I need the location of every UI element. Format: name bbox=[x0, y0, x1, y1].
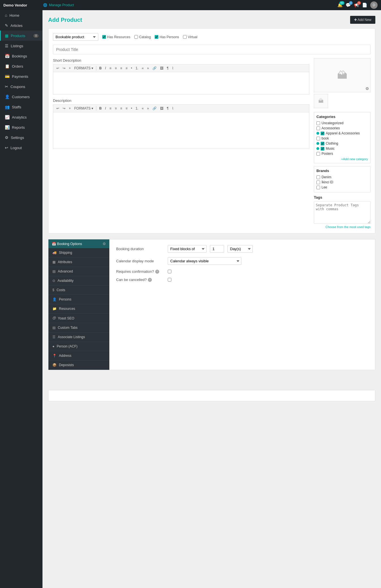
undo-button[interactable]: ↩ bbox=[55, 66, 61, 71]
can-be-cancelled-checkbox[interactable] bbox=[168, 278, 171, 282]
breadcrumb-text[interactable]: Manage Product bbox=[49, 3, 74, 7]
sidebar-item-articles[interactable]: ✎ Articles bbox=[0, 20, 42, 31]
tags-textarea[interactable] bbox=[314, 201, 371, 224]
short-description-editor[interactable] bbox=[53, 72, 309, 95]
booking-options-gear-icon[interactable]: ⚙ bbox=[103, 242, 106, 246]
paragraph-button[interactable]: ¶ bbox=[165, 66, 170, 71]
align-justify-button[interactable]: ≡ bbox=[124, 66, 129, 71]
sidebar-item-reports[interactable]: 📊 Reports bbox=[0, 122, 42, 132]
brand-checkbox-ikinci[interactable] bbox=[316, 181, 320, 184]
cat-checkbox-posters[interactable] bbox=[316, 152, 320, 156]
booking-sidebar-deposists[interactable]: 📦 Deposists bbox=[48, 360, 109, 370]
notes-icon[interactable]: 📄 bbox=[362, 3, 367, 8]
add-category-link[interactable]: +Add new category bbox=[316, 157, 368, 161]
unordered-list-button-2[interactable]: • bbox=[129, 106, 133, 111]
sidebar-item-home[interactable]: ⌂ Home bbox=[0, 10, 42, 20]
catalog-checkbox-label[interactable]: Catalog bbox=[134, 35, 151, 39]
add-button[interactable]: + bbox=[67, 66, 72, 71]
sidebar-item-logout[interactable]: ↩ Logout bbox=[0, 143, 42, 153]
featured-image-box[interactable]: 🏔 ⚙ bbox=[314, 58, 371, 92]
code-button-2[interactable]: ⌇ bbox=[171, 106, 175, 111]
booking-sidebar-costs[interactable]: $ Costs bbox=[48, 286, 109, 295]
booking-sidebar-yoast[interactable]: Ⓨ Yoast SEO bbox=[48, 314, 109, 323]
redo-button[interactable]: ↪ bbox=[61, 66, 67, 71]
unordered-list-button[interactable]: • bbox=[129, 66, 133, 71]
formats-button[interactable]: FORMATS ▾ bbox=[73, 66, 95, 71]
sidebar-item-analytics[interactable]: 📈 Analytics bbox=[0, 112, 42, 122]
product-title-input[interactable] bbox=[53, 45, 371, 54]
has-resources-checkbox-label[interactable]: Has Resources bbox=[102, 35, 130, 39]
booking-sidebar-person-acf[interactable]: ● Person (ACF) bbox=[48, 342, 109, 351]
cat-checkbox-book[interactable] bbox=[316, 137, 320, 140]
outdent-button[interactable]: « bbox=[140, 66, 145, 71]
booking-duration-num-input[interactable] bbox=[210, 245, 224, 253]
add-button-2[interactable]: + bbox=[67, 106, 72, 111]
image-thumbnail-small[interactable]: 🏔 bbox=[314, 94, 328, 108]
calendar-display-select[interactable]: Calendar always visible Calendar on clic… bbox=[168, 257, 241, 265]
notifications-icon[interactable]: 🔔 60 bbox=[337, 3, 343, 8]
requires-confirmation-help-icon[interactable]: ? bbox=[155, 270, 159, 274]
sidebar-item-staffs[interactable]: 👥 Staffs bbox=[0, 102, 42, 112]
sidebar-item-settings[interactable]: ⚙ Settings bbox=[0, 132, 42, 143]
cat-checkbox-clothing[interactable] bbox=[321, 142, 324, 145]
brand-checkbox-denim[interactable] bbox=[316, 175, 320, 179]
ordered-list-button[interactable]: 1. bbox=[134, 66, 140, 71]
sidebar-item-listings[interactable]: ☰ Listings bbox=[0, 41, 42, 51]
align-justify-button-2[interactable]: ≡ bbox=[124, 106, 129, 111]
booking-sidebar-custom-tabs[interactable]: ▤ Custom Tabs bbox=[48, 323, 109, 332]
avatar[interactable]: D bbox=[370, 1, 378, 9]
image-button-2[interactable]: 🖼 bbox=[159, 106, 165, 111]
virtual-checkbox-label[interactable]: Virtual bbox=[183, 35, 197, 39]
booking-sidebar-attributes[interactable]: ▦ Attributes bbox=[48, 257, 109, 267]
booking-sidebar-advanced[interactable]: ▤ Advanced bbox=[48, 267, 109, 276]
choose-tags-link[interactable]: Choose from the most used tags bbox=[314, 225, 371, 229]
messages-icon[interactable]: 💬 2 bbox=[346, 3, 351, 8]
sidebar-item-payments[interactable]: 💳 Payments bbox=[0, 71, 42, 81]
outdent-button-2[interactable]: « bbox=[140, 106, 145, 111]
product-type-select[interactable]: Bookable product Simple product Variable… bbox=[53, 33, 98, 41]
align-left-button-2[interactable]: ≡ bbox=[108, 106, 113, 111]
has-resources-checkbox[interactable] bbox=[102, 35, 106, 39]
italic-button[interactable]: I bbox=[104, 66, 107, 71]
virtual-checkbox[interactable] bbox=[183, 35, 187, 39]
formats-button-2[interactable]: FORMATS ▾ bbox=[73, 106, 95, 111]
align-right-button[interactable]: ≡ bbox=[119, 66, 124, 71]
sidebar-item-bookings[interactable]: 📅 Bookings bbox=[0, 51, 42, 61]
has-persons-checkbox[interactable] bbox=[155, 35, 158, 39]
sidebar-item-orders[interactable]: 📋 Orders bbox=[0, 61, 42, 71]
redo-button-2[interactable]: ↪ bbox=[61, 106, 67, 111]
can-be-cancelled-help-icon[interactable]: ? bbox=[148, 278, 152, 282]
booking-duration-unit-select[interactable]: Day(s) Hour(s) Minute(s) bbox=[227, 245, 253, 253]
ordered-list-button-2[interactable]: 1. bbox=[134, 106, 140, 111]
add-new-button[interactable]: ✚ Add New bbox=[350, 16, 375, 24]
catalog-checkbox[interactable] bbox=[134, 35, 138, 39]
sidebar-item-customers[interactable]: 👤 Customers bbox=[0, 92, 42, 102]
booking-sidebar-address[interactable]: 📍 Address bbox=[48, 351, 109, 360]
paragraph-button-2[interactable]: ¶ bbox=[165, 106, 170, 111]
indent-button-2[interactable]: » bbox=[146, 106, 150, 111]
booking-sidebar-shipping[interactable]: 🚚 Shipping bbox=[48, 248, 109, 257]
align-center-button[interactable]: ≡ bbox=[113, 66, 118, 71]
booking-duration-type-select[interactable]: Fixed blocks of Customer defined bbox=[168, 245, 207, 253]
brand-checkbox-lee[interactable] bbox=[316, 186, 320, 189]
cat-checkbox-uncategorized[interactable] bbox=[316, 121, 320, 125]
booking-options-header[interactable]: 📅 Booking Options ⚙ bbox=[48, 239, 109, 248]
indent-button[interactable]: » bbox=[146, 66, 150, 71]
image-button[interactable]: 🖼 bbox=[159, 66, 165, 71]
booking-sidebar-persons[interactable]: 👤 Persons bbox=[48, 295, 109, 304]
image-gear-icon[interactable]: ⚙ bbox=[365, 86, 369, 91]
align-right-button-2[interactable]: ≡ bbox=[119, 106, 124, 111]
link-button-2[interactable]: 🔗 bbox=[151, 106, 158, 111]
undo-button-2[interactable]: ↩ bbox=[55, 106, 61, 111]
sidebar-item-products[interactable]: ▦ Products 8 bbox=[0, 31, 42, 41]
cat-checkbox-accessories[interactable] bbox=[316, 126, 320, 130]
booking-sidebar-associate-listings[interactable]: ☰ Associate Listings bbox=[48, 332, 109, 342]
sidebar-item-coupons[interactable]: ✂ Coupons bbox=[0, 81, 42, 92]
booking-sidebar-availability[interactable]: ⊙ Availability bbox=[48, 276, 109, 286]
cat-checkbox-music[interactable] bbox=[321, 147, 324, 151]
requires-confirmation-checkbox[interactable] bbox=[168, 270, 171, 273]
bold-button[interactable]: B bbox=[98, 66, 103, 71]
link-button[interactable]: 🔗 bbox=[151, 66, 158, 71]
cat-checkbox-apparel[interactable] bbox=[321, 132, 324, 135]
bold-button-2[interactable]: B bbox=[98, 106, 103, 111]
